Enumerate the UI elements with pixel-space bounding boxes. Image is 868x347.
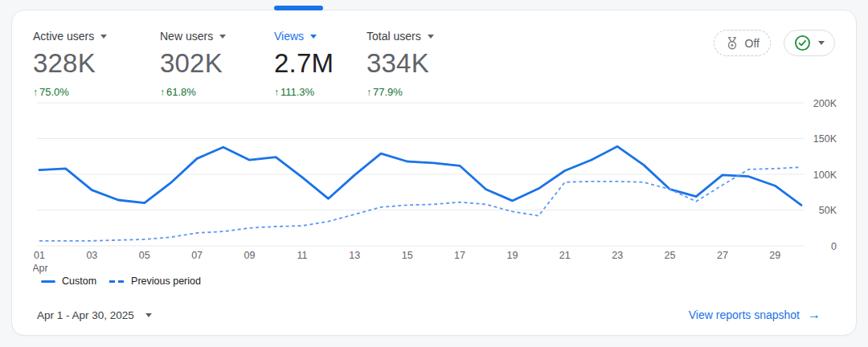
view-reports-snapshot-link[interactable]: View reports snapshot → bbox=[689, 308, 821, 322]
metric-value: 328K bbox=[33, 48, 107, 79]
svg-text:21: 21 bbox=[559, 250, 571, 261]
check-circle-icon bbox=[794, 35, 811, 51]
metric-tab-views[interactable]: Views 2.7M ↑111.3% bbox=[274, 30, 334, 98]
metric-label: Active users bbox=[33, 30, 94, 43]
svg-text:01: 01 bbox=[34, 250, 45, 261]
anomaly-detection-toggle[interactable]: Off bbox=[714, 30, 771, 56]
arrow-right-icon: → bbox=[808, 308, 821, 322]
svg-text:25: 25 bbox=[665, 250, 676, 261]
svg-text:03: 03 bbox=[86, 250, 97, 261]
line-chart-svg: 200K150K100K50K001Apr0305070911131517192… bbox=[33, 93, 841, 276]
metric-value: 2.7M bbox=[274, 48, 334, 79]
metric-label: New users bbox=[160, 30, 213, 43]
metric-tab-new-users[interactable]: New users 302K ↑61.8% bbox=[160, 30, 226, 98]
svg-text:100K: 100K bbox=[813, 169, 837, 181]
metric-tab-active-users[interactable]: Active users 328K ↑75.0% bbox=[33, 30, 107, 98]
svg-text:07: 07 bbox=[191, 250, 203, 261]
chevron-down-icon bbox=[145, 313, 152, 317]
metric-label: Total users bbox=[366, 30, 421, 43]
svg-text:23: 23 bbox=[612, 250, 623, 261]
metric-value: 302K bbox=[160, 48, 226, 79]
metric-value: 334K bbox=[366, 48, 434, 79]
svg-text:Apr: Apr bbox=[33, 263, 48, 274]
date-range-label: Apr 1 - Apr 30, 2025 bbox=[37, 309, 134, 321]
svg-text:0: 0 bbox=[831, 241, 837, 252]
data-quality-menu[interactable] bbox=[784, 30, 835, 56]
svg-text:09: 09 bbox=[244, 250, 256, 261]
chevron-down-icon bbox=[818, 41, 825, 45]
metric-label: Views bbox=[274, 30, 304, 43]
snapshot-link-label: View reports snapshot bbox=[689, 308, 800, 321]
chevron-down-icon bbox=[428, 35, 434, 39]
date-range-selector[interactable]: Apr 1 - Apr 30, 2025 bbox=[37, 309, 152, 321]
chart-legend: Custom Previous period bbox=[41, 276, 206, 287]
chevron-down-icon bbox=[310, 35, 317, 39]
legend-label: Previous period bbox=[131, 276, 201, 287]
svg-text:29: 29 bbox=[769, 250, 780, 261]
legend-item-previous-period: Previous period bbox=[109, 276, 201, 287]
dashed-line-swatch bbox=[109, 280, 125, 283]
svg-text:05: 05 bbox=[139, 250, 150, 261]
card-footer: Apr 1 - Apr 30, 2025 View reports snapsh… bbox=[37, 308, 821, 322]
metric-tab-total-users[interactable]: Total users 334K ↑77.9% bbox=[366, 30, 434, 98]
legend-item-custom: Custom bbox=[41, 276, 96, 287]
svg-text:11: 11 bbox=[297, 250, 307, 261]
overview-card: Active users 328K ↑75.0% New users 302K … bbox=[11, 10, 857, 336]
svg-text:19: 19 bbox=[506, 250, 518, 261]
svg-text:15: 15 bbox=[402, 250, 413, 261]
svg-text:17: 17 bbox=[454, 250, 465, 261]
solid-line-swatch bbox=[41, 280, 55, 283]
svg-text:13: 13 bbox=[349, 250, 360, 261]
svg-text:27: 27 bbox=[717, 250, 728, 261]
svg-text:200K: 200K bbox=[813, 98, 837, 109]
svg-text:150K: 150K bbox=[813, 133, 837, 145]
anomaly-toggle-label: Off bbox=[745, 37, 760, 50]
selected-metric-indicator bbox=[274, 6, 323, 10]
header-controls: Off bbox=[714, 30, 835, 56]
legend-label: Custom bbox=[62, 276, 96, 287]
medal-icon bbox=[725, 36, 739, 51]
chevron-down-icon bbox=[219, 35, 226, 39]
chevron-down-icon bbox=[100, 35, 107, 39]
svg-text:50K: 50K bbox=[819, 205, 837, 216]
time-series-chart[interactable]: 200K150K100K50K001Apr0305070911131517192… bbox=[33, 93, 841, 276]
